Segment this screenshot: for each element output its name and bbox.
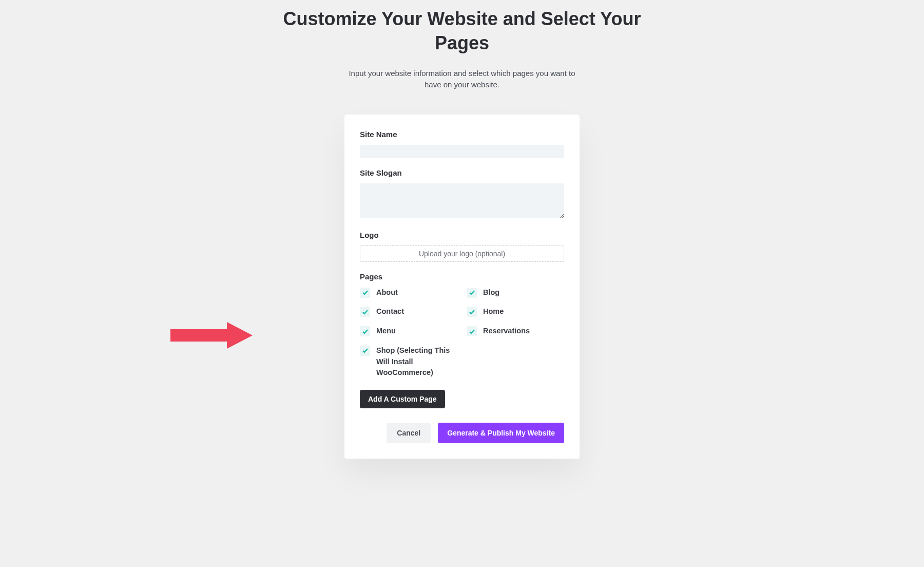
page-label-contact: Contact [376,306,404,317]
annotation-arrow-icon [170,320,257,351]
site-slogan-input[interactable] [360,183,564,218]
page-item-reservations: Reservations [467,326,564,337]
checkbox-blog[interactable] [467,288,477,298]
logo-upload[interactable]: Upload your logo (optional) [360,245,564,262]
page-item-menu: Menu [360,326,457,337]
page-item-blog: Blog [467,287,564,298]
site-slogan-label: Site Slogan [360,168,564,177]
page-label-blog: Blog [483,287,499,298]
pages-label: Pages [360,272,564,281]
logo-group: Logo Upload your logo (optional) [360,231,564,262]
check-icon [469,328,475,335]
checkbox-shop[interactable] [360,346,370,356]
checkbox-contact[interactable] [360,307,370,317]
page-item-contact: Contact [360,306,457,317]
page-label-shop: Shop (Selecting This Will Install WooCom… [376,345,457,379]
customize-card: Site Name Site Slogan Logo Upload your l… [344,115,580,459]
pages-grid: About Blog Contact Home [360,287,564,379]
page-item-shop: Shop (Selecting This Will Install WooCom… [360,345,457,379]
page-item-about: About [360,287,457,298]
page-label-menu: Menu [376,326,396,337]
checkbox-about[interactable] [360,288,370,298]
svg-rect-0 [170,329,227,342]
site-name-group: Site Name [360,130,564,158]
site-name-input[interactable] [360,145,564,158]
page-label-about: About [376,287,398,298]
publish-button[interactable]: Generate & Publish My Website [438,423,564,443]
page-title: Customize Your Website and Select Your P… [282,0,642,55]
check-icon [469,289,475,296]
site-name-label: Site Name [360,130,564,139]
check-icon [362,309,369,315]
add-custom-page-button[interactable]: Add A Custom Page [360,390,445,408]
page-item-home: Home [467,306,564,317]
checkbox-reservations[interactable] [467,326,477,336]
cancel-button[interactable]: Cancel [387,423,431,443]
page-subtitle: Input your website information and selec… [341,68,583,91]
check-icon [362,328,369,335]
page-label-home: Home [483,306,504,317]
svg-marker-1 [227,322,253,349]
checkbox-menu[interactable] [360,326,370,336]
form-actions: Cancel Generate & Publish My Website [360,423,564,443]
checkbox-home[interactable] [467,307,477,317]
site-slogan-group: Site Slogan [360,168,564,220]
check-icon [469,309,475,315]
logo-label: Logo [360,231,564,239]
page-label-reservations: Reservations [483,326,530,337]
pages-group: Pages About Blog Contact [360,272,564,409]
check-icon [362,347,369,354]
check-icon [362,289,369,296]
